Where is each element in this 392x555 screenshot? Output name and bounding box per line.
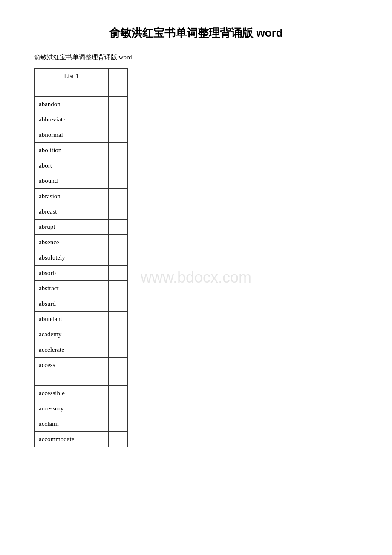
list-header-cell2 [109,69,128,84]
definition-cell [109,204,128,220]
word-cell: abound [35,173,109,189]
definition-cell [109,189,128,204]
word-cell: abrasion [35,189,109,204]
table-row [35,373,128,386]
definition-cell [109,312,128,327]
word-cell: abandon [35,97,109,112]
table-header-row: List 1 [35,69,128,84]
word-cell: absorb [35,266,109,281]
table-row: abolition [35,143,128,158]
definition-cell [109,386,128,401]
definition-cell [109,173,128,189]
table-row: accessible [35,386,128,401]
table-row: absurd [35,296,128,312]
table-row: abound [35,173,128,189]
word-cell: access [35,358,109,373]
table-row: abnormal [35,127,128,143]
definition-cell [109,342,128,358]
definition-cell [109,84,128,97]
definition-cell [109,296,128,312]
definition-cell [109,373,128,386]
definition-cell [109,235,128,250]
word-cell: abolition [35,143,109,158]
word-cell: academy [35,327,109,342]
word-cell: abort [35,158,109,173]
word-cell: abnormal [35,127,109,143]
word-cell: abstract [35,281,109,296]
table-row: academy [35,327,128,342]
definition-cell [109,220,128,235]
definition-cell [109,281,128,296]
definition-cell [109,266,128,281]
subtitle: 俞敏洪红宝书单词整理背诵版 word [34,53,358,61]
page-title: 俞敏洪红宝书单词整理背诵版 word [34,26,358,40]
table-row: acclaim [35,416,128,432]
table-row: accessory [35,401,128,416]
word-cell: acclaim [35,416,109,432]
definition-cell [109,432,128,447]
table-row: access [35,358,128,373]
word-cell: abrupt [35,220,109,235]
table-row: abort [35,158,128,173]
definition-cell [109,158,128,173]
table-row: abreast [35,204,128,220]
definition-cell [109,401,128,416]
word-cell: accommodate [35,432,109,447]
word-cell: abundant [35,312,109,327]
table-row: absolutely [35,250,128,266]
table-row: absorb [35,266,128,281]
table-row: absence [35,235,128,250]
definition-cell [109,358,128,373]
table-row [35,84,128,97]
definition-cell [109,97,128,112]
definition-cell [109,250,128,266]
table-row: accelerate [35,342,128,358]
definition-cell [109,327,128,342]
word-cell [35,373,109,386]
word-cell [35,84,109,97]
word-cell: absence [35,235,109,250]
watermark: www.bdocx.com [141,269,251,286]
word-cell: abreast [35,204,109,220]
word-cell: accessible [35,386,109,401]
word-table: List 1abandonabbreviateabnormalabolition… [34,68,128,447]
word-cell: accelerate [35,342,109,358]
definition-cell [109,416,128,432]
table-row: abundant [35,312,128,327]
table-row: abandon [35,97,128,112]
table-row: abstract [35,281,128,296]
definition-cell [109,127,128,143]
word-cell: abbreviate [35,112,109,127]
list-header-cell: List 1 [35,69,109,84]
table-row: abbreviate [35,112,128,127]
word-cell: accessory [35,401,109,416]
definition-cell [109,112,128,127]
table-row: accommodate [35,432,128,447]
table-row: abrasion [35,189,128,204]
definition-cell [109,143,128,158]
word-cell: absolutely [35,250,109,266]
word-cell: absurd [35,296,109,312]
table-row: abrupt [35,220,128,235]
